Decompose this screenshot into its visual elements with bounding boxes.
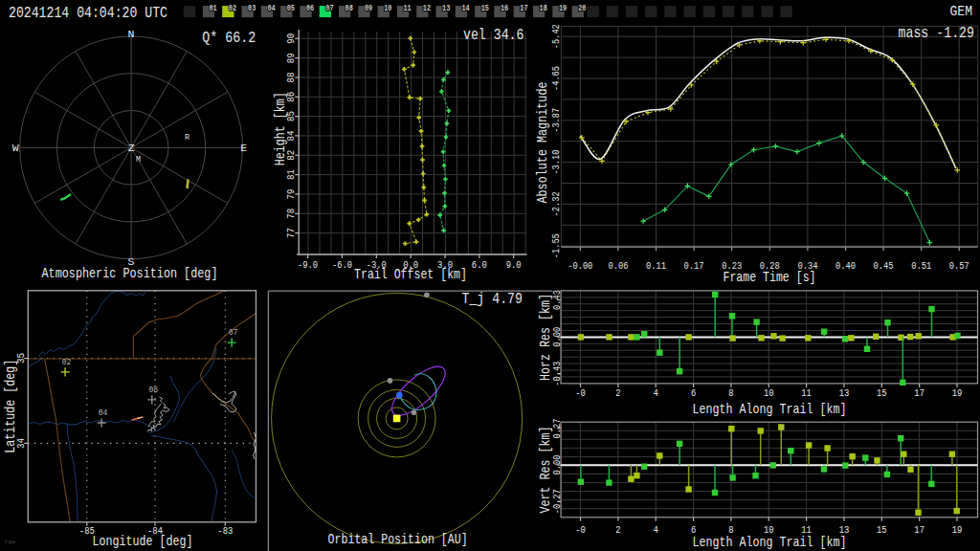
svg-text:4: 4 [654, 387, 659, 399]
svg-text:Absolute Magnitude: Absolute Magnitude [535, 82, 551, 204]
svg-text:08: 08 [345, 4, 353, 13]
svg-text:Latitude [deg]: Latitude [deg] [3, 360, 19, 453]
svg-text:88: 88 [286, 72, 298, 82]
svg-text:14: 14 [461, 4, 469, 13]
svg-text:T_j 4.79: T_j 4.79 [462, 290, 523, 308]
svg-text:E: E [240, 142, 247, 154]
svg-text:-5.42: -5.42 [550, 24, 562, 49]
svg-text:Vert Res [km]: Vert Res [km] [538, 427, 554, 514]
svg-text:rgw: rgw [5, 539, 15, 545]
svg-text:-3.10: -3.10 [550, 150, 562, 175]
svg-text:08: 08 [149, 386, 159, 395]
svg-text:-3.87: -3.87 [550, 108, 562, 133]
svg-text:04: 04 [267, 4, 275, 13]
svg-text:03: 03 [248, 4, 256, 13]
svg-text:17: 17 [914, 524, 924, 536]
svg-text:15: 15 [877, 524, 887, 536]
svg-text:8: 8 [728, 387, 733, 399]
svg-text:07: 07 [325, 4, 333, 13]
svg-text:10: 10 [764, 387, 774, 399]
svg-text:Horz Res [km]: Horz Res [km] [538, 294, 554, 381]
svg-text:79: 79 [286, 188, 298, 199]
svg-text:04: 04 [99, 408, 108, 418]
svg-text:16: 16 [501, 4, 508, 13]
svg-text:vel 34.6: vel 34.6 [463, 26, 524, 44]
svg-text:07: 07 [229, 328, 238, 338]
svg-text:77: 77 [286, 228, 298, 238]
svg-text:Frame Time [s]: Frame Time [s] [724, 270, 816, 286]
svg-text:W: W [12, 142, 19, 154]
svg-text:GEM: GEM [950, 4, 973, 19]
svg-text:13: 13 [839, 524, 850, 536]
svg-text:18: 18 [540, 4, 547, 13]
svg-text:M: M [136, 155, 141, 165]
svg-text:0.17: 0.17 [684, 260, 704, 272]
svg-text:0.51: 0.51 [911, 260, 931, 272]
svg-text:19: 19 [559, 4, 567, 13]
svg-text:17: 17 [914, 387, 924, 399]
svg-text:Orbital Position [AU]: Orbital Position [AU] [328, 532, 468, 548]
svg-text:6: 6 [691, 387, 696, 399]
svg-text:Length Along Trail [km]: Length Along Trail [km] [693, 402, 847, 418]
svg-text:19: 19 [952, 387, 963, 399]
svg-text:-6.0: -6.0 [332, 259, 352, 271]
svg-text:12: 12 [423, 4, 431, 13]
svg-text:R: R [185, 133, 189, 143]
svg-text:01: 01 [210, 4, 217, 13]
svg-text:20: 20 [578, 4, 586, 13]
svg-text:Trail Offset [km]: Trail Offset [km] [354, 267, 467, 283]
svg-text:0.40: 0.40 [835, 260, 856, 272]
svg-text:0.11: 0.11 [646, 260, 666, 272]
svg-text:05: 05 [287, 4, 295, 13]
svg-text:0.57: 0.57 [949, 260, 969, 272]
svg-text:6: 6 [691, 524, 696, 536]
svg-text:15: 15 [481, 4, 489, 13]
svg-text:Longitude [deg]: Longitude [deg] [93, 534, 193, 550]
svg-text:17: 17 [520, 4, 527, 13]
svg-text:11: 11 [801, 524, 812, 536]
svg-text:11: 11 [801, 387, 812, 399]
svg-text:mass -1.29: mass -1.29 [899, 24, 975, 42]
svg-text:09: 09 [365, 4, 372, 13]
svg-text:10: 10 [384, 4, 391, 13]
svg-text:89: 89 [286, 53, 298, 63]
svg-text:10: 10 [764, 524, 774, 536]
svg-text:Q* 66.2: Q* 66.2 [202, 29, 256, 47]
svg-text:-0.00: -0.00 [568, 260, 592, 272]
svg-text:0.45: 0.45 [874, 260, 894, 272]
svg-text:-2.32: -2.32 [550, 191, 562, 216]
svg-text:11: 11 [404, 4, 412, 13]
svg-text:Length Along Trail [km]: Length Along Trail [km] [693, 535, 847, 551]
svg-text:Height [km]: Height [km] [273, 92, 289, 165]
svg-text:02: 02 [229, 4, 236, 13]
svg-text:13: 13 [839, 387, 850, 399]
svg-text:0.06: 0.06 [608, 260, 628, 272]
svg-text:Z: Z [128, 142, 135, 154]
svg-text:-9.0: -9.0 [298, 259, 318, 271]
svg-text:13: 13 [442, 4, 450, 13]
svg-text:81: 81 [286, 169, 298, 180]
svg-text:06: 06 [306, 4, 314, 13]
svg-text:78: 78 [286, 209, 298, 219]
svg-text:Atmospheric Position [deg]: Atmospheric Position [deg] [42, 266, 218, 282]
svg-text:-1.55: -1.55 [550, 233, 562, 258]
svg-text:19: 19 [952, 524, 963, 536]
svg-text:-83: -83 [217, 525, 233, 537]
svg-text:9.0: 9.0 [506, 259, 522, 271]
svg-text:6.0: 6.0 [472, 259, 487, 271]
svg-text:20241214 04:04:20 UTC: 20241214 04:04:20 UTC [9, 4, 167, 22]
svg-text:2: 2 [615, 524, 620, 536]
svg-text:02: 02 [62, 358, 72, 367]
svg-text:-0: -0 [575, 524, 586, 536]
svg-text:15: 15 [877, 387, 887, 399]
svg-text:90: 90 [286, 33, 298, 44]
svg-text:-4.65: -4.65 [550, 66, 562, 91]
svg-text:8: 8 [728, 524, 733, 536]
svg-text:-0: -0 [575, 387, 586, 399]
svg-text:4: 4 [654, 524, 659, 536]
svg-text:N: N [128, 28, 135, 40]
svg-text:2: 2 [615, 387, 620, 399]
